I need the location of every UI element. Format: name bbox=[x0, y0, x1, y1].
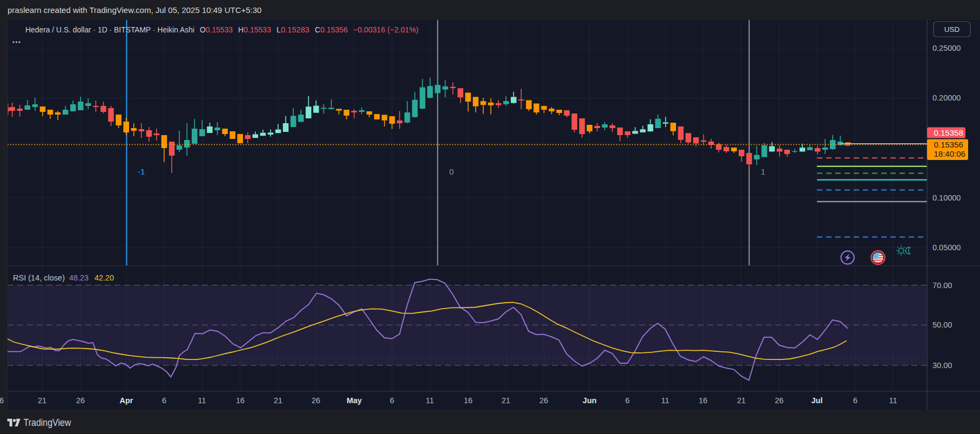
svg-text:70.00: 70.00 bbox=[932, 281, 952, 290]
svg-text:-1: -1 bbox=[138, 167, 145, 176]
svg-text:TradingView: TradingView bbox=[24, 417, 72, 428]
svg-text:16: 16 bbox=[236, 396, 245, 405]
svg-text:6: 6 bbox=[390, 396, 394, 405]
svg-text:26: 26 bbox=[775, 396, 783, 405]
svg-text:Jun: Jun bbox=[583, 396, 597, 405]
svg-text:26: 26 bbox=[76, 396, 85, 405]
svg-text:Apr: Apr bbox=[120, 396, 133, 405]
svg-text:Jul: Jul bbox=[812, 396, 823, 405]
svg-text:6: 6 bbox=[853, 396, 857, 405]
svg-text:18:40:06: 18:40:06 bbox=[934, 149, 965, 158]
svg-text:16: 16 bbox=[699, 396, 707, 405]
svg-text:11: 11 bbox=[425, 396, 434, 405]
svg-text:O0.15533: O0.15533 bbox=[200, 25, 233, 34]
svg-text:0.25000: 0.25000 bbox=[932, 44, 961, 52]
svg-text:26: 26 bbox=[312, 396, 320, 405]
svg-text:USD: USD bbox=[944, 25, 960, 34]
svg-text:C0.15356: C0.15356 bbox=[315, 25, 348, 34]
svg-text:Hedera / U.S. dollar · 1D · BI: Hedera / U.S. dollar · 1D · BITSTAMP · H… bbox=[25, 25, 194, 34]
svg-text:11: 11 bbox=[198, 396, 206, 405]
svg-text:praslearn created with Trading: praslearn created with TradingView.com, … bbox=[8, 5, 261, 15]
svg-text:30.00: 30.00 bbox=[932, 361, 952, 370]
svg-text:16: 16 bbox=[464, 396, 472, 405]
svg-text:0.05000: 0.05000 bbox=[932, 243, 961, 252]
svg-text:0.15358: 0.15358 bbox=[934, 128, 963, 137]
svg-text:6: 6 bbox=[0, 396, 4, 405]
svg-text:RSI (14, close): RSI (14, close) bbox=[13, 273, 65, 282]
svg-text:48.23: 48.23 bbox=[69, 273, 89, 282]
svg-text:42.20: 42.20 bbox=[94, 273, 114, 282]
svg-text:50.00: 50.00 bbox=[932, 321, 952, 329]
svg-text:1: 1 bbox=[761, 167, 765, 176]
svg-text:6: 6 bbox=[625, 396, 630, 405]
svg-text:0.15356: 0.15356 bbox=[934, 140, 963, 149]
svg-text:L0.15283: L0.15283 bbox=[276, 25, 309, 34]
svg-text:6: 6 bbox=[162, 396, 166, 405]
svg-text:11: 11 bbox=[889, 396, 897, 405]
svg-text:21: 21 bbox=[38, 396, 46, 405]
svg-text:May: May bbox=[347, 396, 362, 405]
svg-text:0.10000: 0.10000 bbox=[932, 193, 961, 202]
svg-text:H0.15533: H0.15533 bbox=[238, 25, 271, 34]
svg-text:11: 11 bbox=[661, 396, 669, 405]
svg-text:21: 21 bbox=[502, 396, 510, 405]
svg-text:0: 0 bbox=[449, 167, 454, 176]
svg-text:−0.00316 (−2.01%): −0.00316 (−2.01%) bbox=[353, 25, 418, 34]
svg-text:0.20000: 0.20000 bbox=[932, 94, 961, 102]
svg-text:21: 21 bbox=[274, 396, 282, 405]
svg-text:26: 26 bbox=[539, 396, 548, 405]
svg-text:21: 21 bbox=[737, 396, 746, 405]
